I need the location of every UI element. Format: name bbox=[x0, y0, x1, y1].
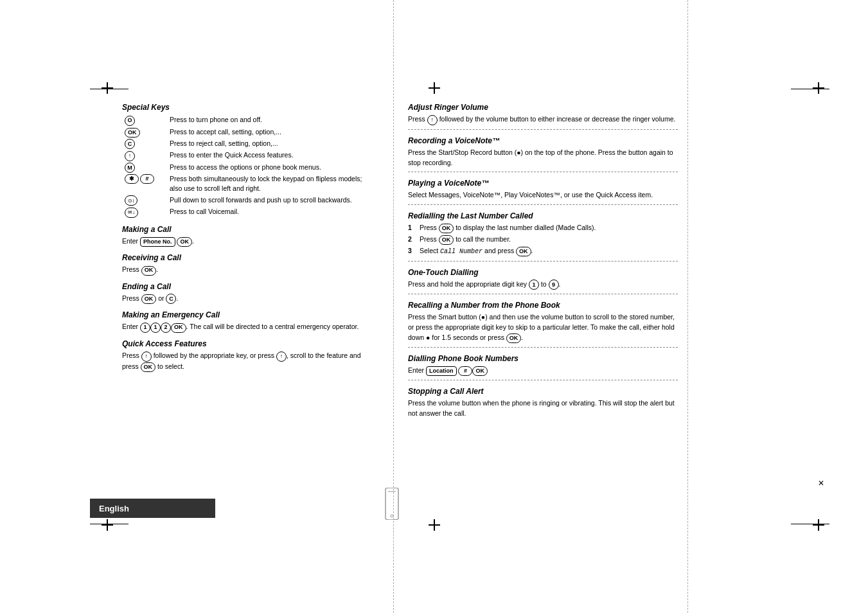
crosshair-tr bbox=[813, 82, 824, 94]
key-up-qa: ↑ bbox=[141, 351, 152, 362]
right-column: Adjust Ringer Volume Press ↑ followed by… bbox=[408, 103, 678, 423]
crosshair-tl bbox=[102, 82, 113, 94]
special-keys-title: Special Keys bbox=[122, 103, 376, 112]
adjust-ringer-body: Press ↑ followed by the volume button to… bbox=[408, 114, 678, 125]
key-9-ot: 9 bbox=[549, 280, 559, 290]
key-row-power: O Press to turn phone on and off. bbox=[122, 114, 376, 127]
recording-voicenote-title: Recording a VoiceNote™ bbox=[408, 136, 678, 145]
divider-3 bbox=[408, 204, 678, 205]
step-text-2: Press OK to call the number. bbox=[420, 235, 511, 245]
key-location: Location bbox=[426, 366, 457, 376]
key-c-desc: Press to reject call, setting, option,..… bbox=[167, 138, 376, 150]
key-m-desc: Press to access the options or phone boo… bbox=[167, 162, 376, 174]
redialling-list: 1 Press OK to display the last number di… bbox=[408, 223, 678, 257]
playing-voicenote-body: Select Messages, VoiceNote™, Play VoiceN… bbox=[408, 190, 678, 200]
svg-point-1 bbox=[391, 515, 393, 517]
key-2: 2 bbox=[161, 323, 171, 333]
making-call-body: Enter Phone No. OK. bbox=[122, 236, 376, 247]
receiving-call-title: Receiving a Call bbox=[122, 253, 376, 262]
key-voicemail: ✉↓ bbox=[125, 208, 138, 218]
redialling-step-1: 1 Press OK to display the last number di… bbox=[408, 223, 678, 233]
divider-7 bbox=[408, 380, 678, 380]
key-row-up: ↑ Press to enter the Quick Access featur… bbox=[122, 150, 376, 162]
key-ok-make: OK bbox=[177, 237, 192, 247]
key-up: ↑ bbox=[125, 151, 135, 161]
key-ok-emerg: OK bbox=[171, 323, 186, 333]
key-ok-desc: Press to accept call, setting, option,..… bbox=[167, 127, 376, 138]
key-ok: OK bbox=[125, 128, 140, 138]
key-up-qa2: ↑ bbox=[276, 351, 287, 362]
divider-2 bbox=[408, 172, 678, 172]
key-up-desc: Press to enter the Quick Access features… bbox=[167, 150, 376, 162]
emergency-call-body: Enter 112OK. The call will be directed t… bbox=[122, 322, 376, 333]
crosshair-bottom-center bbox=[429, 519, 440, 531]
key-ok-redial2: OK bbox=[439, 235, 454, 245]
ending-call-body: Press OK or C. bbox=[122, 294, 376, 305]
step-num-1: 1 bbox=[408, 223, 416, 233]
key-row-scroll: ⊙↕ Pull down to scroll forwards and push… bbox=[122, 195, 376, 207]
crosshair-br bbox=[813, 519, 824, 531]
phone-icon bbox=[379, 488, 405, 520]
left-column: Special Keys O Press to turn phone on an… bbox=[122, 103, 376, 376]
stopping-alert-body: Press the volume button when the phone i… bbox=[408, 398, 678, 419]
right-divider bbox=[687, 0, 688, 613]
step-text-1: Press OK to display the last number dial… bbox=[420, 223, 596, 233]
key-hash: # bbox=[140, 174, 154, 184]
ending-call-title: Ending a Call bbox=[122, 282, 376, 291]
step-num-2: 2 bbox=[408, 235, 416, 244]
quick-access-body: Press ↑ followed by the appropriate key,… bbox=[122, 351, 376, 372]
making-call-title: Making a Call bbox=[122, 225, 376, 234]
language-label: English bbox=[99, 504, 129, 513]
key-vm-desc: Press to call Voicemail. bbox=[167, 206, 376, 218]
adjust-ringer-title: Adjust Ringer Volume bbox=[408, 103, 678, 112]
divider-5 bbox=[408, 294, 678, 294]
key-power: O bbox=[125, 116, 135, 126]
page-marker: ✕ bbox=[818, 479, 824, 488]
quick-access-title: Quick Access Features bbox=[122, 339, 376, 348]
redialling-title: Redialling the Last Number Called bbox=[408, 211, 678, 220]
key-row-m: M Press to access the options or phone b… bbox=[122, 162, 376, 174]
key-1b: 1 bbox=[150, 323, 161, 333]
key-row-dual: ✱ # Press both simultaneously to lock th… bbox=[122, 173, 376, 194]
step-num-3: 3 bbox=[408, 246, 416, 256]
playing-voicenote-title: Playing a VoiceNote™ bbox=[408, 179, 678, 188]
divider-1 bbox=[408, 129, 678, 130]
key-row-vm: ✉↓ Press to call Voicemail. bbox=[122, 206, 376, 218]
key-m: M bbox=[125, 163, 135, 173]
recalling-title: Recalling a Number from the Phone Book bbox=[408, 301, 678, 310]
key-phoneno: Phone No. bbox=[140, 237, 175, 247]
dialling-phonebook-title: Dialling Phone Book Numbers bbox=[408, 354, 678, 363]
key-star: ✱ bbox=[125, 174, 139, 184]
call-number-code: Call Number bbox=[440, 248, 483, 255]
stopping-alert-title: Stopping a Call Alert bbox=[408, 387, 678, 396]
key-ok-receive: OK bbox=[141, 266, 157, 276]
redialling-step-3: 3 Select Call Number and press OK. bbox=[408, 246, 678, 257]
one-touch-title: One-Touch Dialling bbox=[408, 268, 678, 277]
key-c: C bbox=[125, 139, 135, 149]
recording-voicenote-body: Press the Start/Stop Record button (●) o… bbox=[408, 148, 678, 168]
key-dual-container: ✱ # bbox=[125, 174, 162, 184]
key-scroll: ⊙↕ bbox=[125, 195, 137, 206]
key-1-ot: 1 bbox=[529, 280, 539, 290]
key-dual-desc: Press both simultaneously to lock the ke… bbox=[167, 173, 376, 194]
receiving-call-body: Press OK. bbox=[122, 265, 376, 275]
key-scroll-desc: Pull down to scroll forwards and push up… bbox=[167, 195, 376, 207]
key-ok-redial3: OK bbox=[516, 247, 531, 256]
key-row-ok: OK Press to accept call, setting, option… bbox=[122, 127, 376, 138]
emergency-call-title: Making an Emergency Call bbox=[122, 310, 376, 319]
key-1a: 1 bbox=[140, 323, 150, 333]
key-ok-qa: OK bbox=[141, 362, 156, 372]
divider-4 bbox=[408, 261, 678, 262]
key-row-c: C Press to reject call, setting, option,… bbox=[122, 138, 376, 150]
crosshair-top-center bbox=[429, 82, 440, 94]
key-power-desc: Press to turn phone on and off. bbox=[167, 114, 376, 127]
key-ok-end: OK bbox=[141, 294, 157, 304]
center-divider bbox=[393, 0, 394, 613]
divider-6 bbox=[408, 347, 678, 348]
key-up-ringer: ↑ bbox=[427, 115, 438, 125]
redialling-step-2: 2 Press OK to call the number. bbox=[408, 235, 678, 245]
page: English ✕ Special Keys O Press to turn p… bbox=[0, 0, 868, 613]
recalling-body: Press the Smart button (●) and then use … bbox=[408, 312, 678, 343]
dialling-phonebook-body: Enter Location #OK bbox=[408, 366, 678, 376]
special-keys-table: O Press to turn phone on and off. OK Pre… bbox=[122, 114, 376, 218]
